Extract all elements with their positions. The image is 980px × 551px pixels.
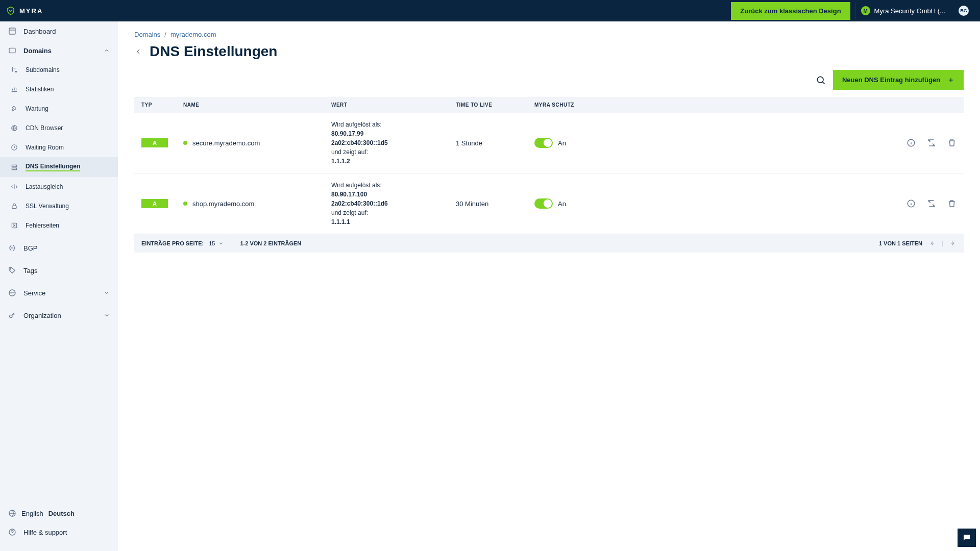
globe-icon bbox=[8, 289, 16, 297]
sidebar-item-help[interactable]: Hilfe & support bbox=[0, 522, 118, 542]
errors-icon bbox=[10, 221, 18, 230]
chevron-down-icon bbox=[218, 241, 224, 246]
dns-icon bbox=[10, 163, 18, 171]
next-page[interactable] bbox=[949, 240, 957, 247]
sidebar-item-dns[interactable]: DNS Einstellungen bbox=[0, 157, 118, 177]
add-dns-label: Neuen DNS Eintrag hinzufügen bbox=[842, 76, 940, 84]
sidebar-item-domains[interactable]: Domains bbox=[0, 41, 118, 60]
breadcrumb: Domains / myrademo.com bbox=[118, 21, 980, 41]
shield-icon bbox=[6, 6, 15, 15]
info-icon[interactable] bbox=[906, 199, 916, 208]
page-title: DNS Einstellungen bbox=[150, 43, 277, 60]
help-icon bbox=[8, 528, 16, 536]
sidebar-item-tags[interactable]: Tags bbox=[0, 261, 118, 280]
tags-icon bbox=[8, 266, 16, 274]
globe-icon bbox=[8, 509, 16, 517]
lang-english[interactable]: English bbox=[21, 510, 43, 517]
cache-icon[interactable] bbox=[927, 199, 936, 208]
ttl-cell: 30 Minuten bbox=[456, 200, 534, 208]
prev-page[interactable] bbox=[928, 240, 936, 247]
svg-rect-0 bbox=[9, 28, 15, 34]
language-selector: English Deutsch bbox=[0, 504, 118, 522]
th-schutz: MYRA SCHUTZ bbox=[534, 102, 626, 108]
lang-deutsch[interactable]: Deutsch bbox=[48, 510, 75, 517]
clock-icon bbox=[10, 143, 18, 152]
cdn-icon bbox=[10, 124, 18, 132]
stats-icon bbox=[10, 85, 18, 93]
svg-point-2 bbox=[12, 67, 13, 68]
sidebar-item-ssl[interactable]: SSL Verwaltung bbox=[0, 196, 118, 216]
page-size-select[interactable]: 15 bbox=[209, 240, 223, 246]
svg-point-12 bbox=[10, 315, 12, 317]
sidebar-footer: English Deutsch Hilfe & support bbox=[0, 498, 118, 551]
sidebar-item-service[interactable]: Service bbox=[0, 283, 118, 303]
breadcrumb-current[interactable]: myrademo.com bbox=[170, 31, 216, 38]
svg-point-14 bbox=[9, 529, 15, 535]
page-size: EINTRÄGE PRO SEITE: 15 bbox=[141, 240, 224, 246]
info-icon[interactable] bbox=[906, 138, 916, 147]
sidebar: Dashboard Domains Subdomains Statistiken… bbox=[0, 21, 118, 551]
sidebar-item-organization[interactable]: Organization bbox=[0, 306, 118, 325]
sidebar-item-subdomains[interactable]: Subdomains bbox=[0, 60, 118, 80]
type-badge: A bbox=[141, 138, 168, 147]
breadcrumb-domains[interactable]: Domains bbox=[134, 31, 160, 38]
svg-rect-8 bbox=[12, 206, 16, 208]
org-chip[interactable]: M Myra Security GmbH (... BG bbox=[855, 3, 974, 19]
pager: EINTRÄGE PRO SEITE: 15 1-2 VON 2 EINTRÄG… bbox=[134, 234, 964, 253]
row-name: shop.myrademo.com bbox=[192, 200, 254, 208]
classic-design-button[interactable]: Zurück zum klassischen Design bbox=[731, 2, 850, 20]
table-row: A secure.myrademo.com Wird aufgelöst als… bbox=[134, 113, 964, 173]
th-ttl: TIME TO LIVE bbox=[456, 102, 534, 108]
sidebar-item-bgp[interactable]: BGP bbox=[0, 238, 118, 258]
table-row: A shop.myrademo.com Wird aufgelöst als: … bbox=[134, 173, 964, 234]
breadcrumb-sep: / bbox=[164, 31, 166, 38]
lb-icon bbox=[10, 183, 18, 191]
svg-point-15 bbox=[817, 77, 823, 83]
trash-icon[interactable] bbox=[947, 199, 957, 208]
schutz-toggle[interactable] bbox=[534, 198, 553, 209]
cache-icon[interactable] bbox=[927, 138, 936, 147]
sidebar-item-waiting[interactable]: Waiting Room bbox=[0, 138, 118, 157]
header: MYRA Zurück zum klassischen Design M Myr… bbox=[0, 0, 980, 21]
chevron-down-icon bbox=[104, 312, 110, 318]
sidebar-item-errors[interactable]: Fehlerseiten bbox=[0, 216, 118, 235]
nav-label: Dashboard bbox=[23, 28, 56, 35]
sidebar-item-maintenance[interactable]: Wartung bbox=[0, 99, 118, 118]
header-right: Zurück zum klassischen Design M Myra Sec… bbox=[731, 2, 974, 20]
svg-rect-1 bbox=[9, 48, 15, 53]
add-dns-button[interactable]: Neuen DNS Eintrag hinzufügen bbox=[833, 70, 964, 90]
pager-range: 1-2 VON 2 EINTRÄGEN bbox=[240, 240, 302, 246]
sidebar-item-dashboard[interactable]: Dashboard bbox=[0, 21, 118, 41]
sidebar-item-lb[interactable]: Lastausgleich bbox=[0, 177, 118, 196]
pager-pages: 1 VON 1 SEITEN bbox=[879, 240, 922, 246]
user-badge[interactable]: BG bbox=[959, 6, 969, 16]
logo[interactable]: MYRA bbox=[6, 6, 43, 15]
main-content: Domains / myrademo.com DNS Einstellungen… bbox=[118, 21, 980, 551]
chat-fab[interactable] bbox=[958, 529, 976, 547]
brand-text: MYRA bbox=[19, 7, 43, 15]
org-badge: M bbox=[861, 6, 870, 15]
th-typ: TYP bbox=[141, 102, 183, 108]
toolbar: Neuen DNS Eintrag hinzufügen bbox=[118, 70, 980, 97]
bgp-icon bbox=[8, 244, 16, 252]
status-dot bbox=[183, 141, 187, 145]
status-dot bbox=[183, 202, 187, 206]
svg-point-10 bbox=[10, 269, 11, 269]
plus-icon bbox=[947, 77, 954, 84]
nav-label: Domains bbox=[23, 47, 52, 55]
schutz-toggle[interactable] bbox=[534, 138, 553, 148]
ttl-cell: 1 Stunde bbox=[456, 139, 534, 147]
chat-icon bbox=[962, 533, 971, 542]
page-title-row: DNS Einstellungen bbox=[118, 41, 980, 70]
sidebar-item-stats[interactable]: Statistiken bbox=[0, 80, 118, 99]
maintenance-icon bbox=[10, 105, 18, 113]
search-icon[interactable] bbox=[816, 75, 826, 85]
sidebar-item-cdn[interactable]: CDN Browser bbox=[0, 118, 118, 138]
chevron-up-icon bbox=[104, 47, 110, 54]
row-name: secure.myrademo.com bbox=[192, 139, 260, 147]
th-wert: WERT bbox=[331, 102, 456, 108]
domains-icon bbox=[8, 46, 16, 55]
trash-icon[interactable] bbox=[947, 138, 957, 147]
back-button[interactable] bbox=[134, 47, 142, 56]
table-header: TYP NAME WERT TIME TO LIVE MYRA SCHUTZ bbox=[134, 97, 964, 113]
